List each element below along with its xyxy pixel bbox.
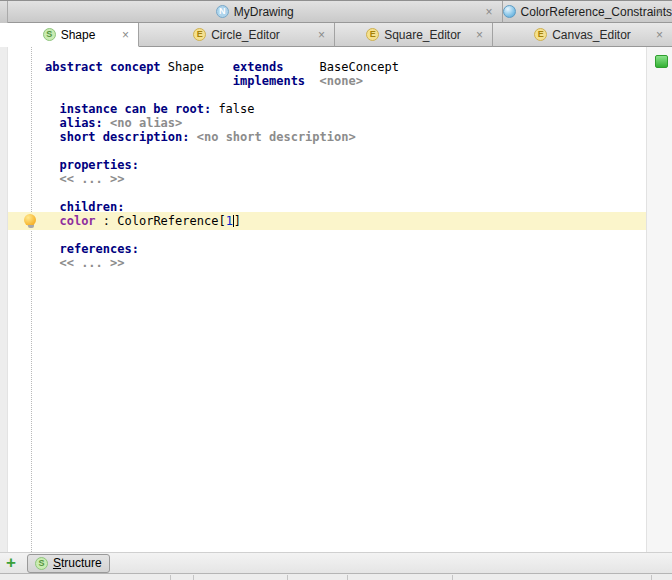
- tab-square-editor[interactable]: ESquare_Editor×: [335, 23, 493, 47]
- bottom-tab-bar: + S Structure: [0, 552, 672, 573]
- code-token: Shape: [161, 60, 233, 74]
- code-token: 1: [226, 214, 233, 228]
- code-token: properties:: [59, 158, 138, 172]
- code-token: [45, 158, 59, 172]
- code-token: [190, 130, 197, 144]
- code-token: << ... >>: [59, 256, 124, 270]
- document-tab-bar: NMyDrawing×ColorReference_Constraints×: [0, 0, 672, 23]
- code-line[interactable]: [8, 228, 646, 242]
- tab-canvas-editor[interactable]: ECanvas_Editor×: [493, 23, 672, 47]
- code-token: << ... >>: [59, 172, 124, 186]
- code-token: implements: [233, 74, 305, 88]
- code-line[interactable]: [8, 186, 646, 200]
- tab-structure[interactable]: S Structure: [27, 554, 110, 573]
- code-token: BaseConcept: [283, 60, 399, 74]
- code-token: ]: [234, 214, 241, 228]
- code-token: [45, 242, 59, 256]
- close-icon[interactable]: ×: [476, 29, 483, 41]
- close-icon[interactable]: ×: [122, 29, 129, 41]
- status-cell-divider: [452, 575, 453, 580]
- code-token: <no alias>: [110, 116, 182, 130]
- code-line[interactable]: instance can be root: false: [8, 102, 646, 116]
- mps-editor-window: NMyDrawing×ColorReference_Constraints× S…: [0, 0, 672, 580]
- code-line[interactable]: [8, 88, 646, 102]
- code-line[interactable]: references:: [8, 242, 646, 256]
- tab-label: Square_Editor: [384, 28, 461, 42]
- tab-label: Circle_Editor: [211, 28, 280, 42]
- tab-label: Shape: [61, 28, 96, 42]
- model-icon: N: [216, 5, 229, 18]
- editor-tab-bar: SShape×ECircle_Editor×ESquare_Editor×ECa…: [0, 23, 672, 47]
- ok-status-indicator[interactable]: [655, 55, 668, 68]
- tab-shape[interactable]: SShape×: [0, 23, 139, 47]
- status-bar: [0, 573, 672, 580]
- editor-concept-icon: E: [193, 28, 206, 41]
- tab-label: MyDrawing: [234, 5, 294, 19]
- structure-tab-label: Structure: [53, 556, 102, 570]
- code-token: false: [211, 102, 254, 116]
- code-token: [45, 130, 59, 144]
- constraints-icon: [503, 5, 516, 18]
- code-token: color: [59, 214, 95, 228]
- error-stripe[interactable]: [646, 47, 672, 552]
- code-line[interactable]: << ... >>: [8, 256, 646, 270]
- status-cell-divider: [287, 575, 288, 580]
- code-line[interactable]: short description: <no short description…: [8, 130, 646, 144]
- code-line[interactable]: << ... >>: [8, 172, 646, 186]
- editor-concept-icon: E: [366, 28, 379, 41]
- code-token: alias:: [59, 116, 102, 130]
- code-line[interactable]: implements <none>: [8, 74, 646, 88]
- code-line[interactable]: alias: <no alias>: [8, 116, 646, 130]
- tab-label: ColorReference_Constraints: [521, 5, 672, 19]
- code-token: [45, 116, 59, 130]
- code-token: instance can be root:: [59, 102, 211, 116]
- status-cell-divider: [170, 575, 171, 580]
- tab-mydrawing[interactable]: NMyDrawing×: [8, 1, 503, 23]
- status-cell-divider: [651, 575, 652, 580]
- tab-label: Canvas_Editor: [552, 28, 631, 42]
- editor-concept-icon: E: [534, 28, 547, 41]
- code-token: [103, 116, 110, 130]
- tab-bar-left-edge: [0, 1, 8, 23]
- structure-concept-icon: S: [43, 28, 56, 41]
- close-icon[interactable]: ×: [486, 6, 493, 18]
- code-token: [45, 74, 233, 88]
- close-icon[interactable]: ×: [318, 29, 325, 41]
- code-line[interactable]: [8, 144, 646, 158]
- code-token: <no short description>: [197, 130, 356, 144]
- code-token: references:: [59, 242, 138, 256]
- code-token: [305, 74, 319, 88]
- add-aspect-button[interactable]: +: [6, 556, 16, 570]
- code-token: : ColorReference[: [96, 214, 226, 228]
- code-line[interactable]: abstract concept Shape extends BaseConce…: [8, 60, 646, 74]
- structure-aspect-icon: S: [35, 557, 48, 570]
- code-token: [45, 214, 59, 228]
- code-token: <none>: [320, 74, 363, 88]
- tab-circle-editor[interactable]: ECircle_Editor×: [139, 23, 335, 47]
- close-icon[interactable]: ×: [656, 6, 663, 18]
- code-token: extends: [233, 60, 284, 74]
- code-line[interactable]: properties:: [8, 158, 646, 172]
- status-cell-divider: [347, 575, 348, 580]
- code-token: [45, 256, 59, 270]
- code-token: abstract concept: [45, 60, 161, 74]
- tab-colorreference-constraints[interactable]: ColorReference_Constraints×: [503, 1, 672, 23]
- code-editor[interactable]: abstract concept Shape extends BaseConce…: [8, 47, 646, 270]
- editor-left-gutter: [0, 47, 8, 552]
- code-token: short description:: [59, 130, 189, 144]
- status-cell-divider: [193, 575, 194, 580]
- code-token: [45, 102, 59, 116]
- close-icon[interactable]: ×: [656, 29, 663, 41]
- code-token: [45, 172, 59, 186]
